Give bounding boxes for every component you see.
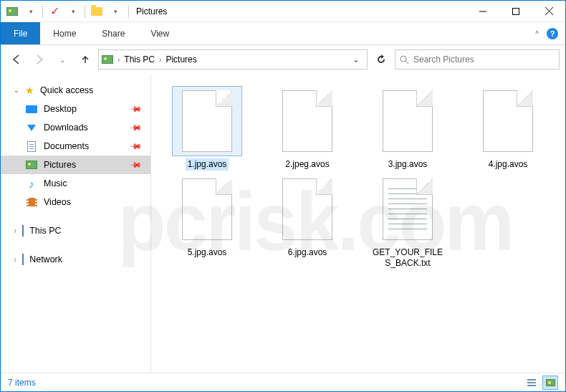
chevron-right-icon[interactable]: ›	[159, 56, 161, 64]
chevron-down-icon: ⌄	[14, 87, 19, 94]
desktop-icon	[25, 102, 38, 115]
forward-button[interactable]	[29, 49, 49, 70]
unknown-file-icon	[182, 178, 232, 240]
breadcrumb-pictures[interactable]: Pictures	[166, 54, 196, 64]
sidebar-quick-access[interactable]: ⌄ ★ Quick access	[1, 81, 150, 100]
unknown-file-icon	[182, 90, 232, 152]
sidebar-item-label: Downloads	[44, 123, 88, 133]
sidebar-item-label: Pictures	[44, 160, 76, 170]
sidebar-item-label: Music	[44, 178, 67, 188]
file-item[interactable]: 5.jpg.avos	[168, 175, 246, 269]
pin-icon: 📌	[128, 102, 142, 115]
properties-icon[interactable]: ✓	[46, 3, 63, 20]
breadcrumb-this-pc[interactable]: This PC	[124, 54, 155, 64]
sidebar-item-desktop[interactable]: Desktop📌	[1, 100, 150, 118]
close-button[interactable]	[532, 1, 565, 22]
up-button[interactable]	[75, 49, 95, 70]
sidebar-item-downloads[interactable]: Downloads📌	[1, 118, 150, 137]
sidebar-item-label: Videos	[44, 197, 71, 207]
unknown-file-icon	[282, 90, 332, 152]
svg-rect-1	[513, 8, 519, 14]
sidebar-item-music[interactable]: ♪Music	[1, 174, 150, 193]
unknown-file-icon	[483, 90, 533, 152]
file-item[interactable]: 1.jpg.avos	[168, 87, 246, 171]
file-name: 2.jpeg.avos	[283, 158, 331, 171]
details-view-button[interactable]	[524, 376, 539, 390]
file-item[interactable]: 3.jpg.avos	[369, 87, 446, 171]
svg-rect-6	[527, 379, 536, 381]
sidebar-item-label: Desktop	[44, 104, 77, 114]
unknown-file-icon	[282, 178, 332, 240]
back-button[interactable]	[6, 49, 27, 70]
downloads-icon	[25, 121, 38, 134]
title-bar: ▾ ✓ ▾ ▾ Pictures	[1, 1, 565, 22]
sidebar-item-documents[interactable]: Documents📌	[1, 137, 150, 156]
file-tab[interactable]: File	[1, 22, 40, 44]
file-name: 3.jpg.avos	[386, 158, 430, 171]
tab-home[interactable]: Home	[40, 22, 89, 44]
quick-access-toolbar: ▾ ✓ ▾ ▾	[1, 3, 127, 20]
minimize-button[interactable]	[466, 1, 499, 22]
address-dropdown-icon[interactable]: ⌄	[348, 54, 364, 64]
separator	[85, 5, 85, 18]
search-icon	[400, 55, 409, 64]
documents-icon	[25, 140, 38, 153]
app-icon[interactable]	[4, 3, 21, 20]
sidebar-item-label: Quick access	[40, 85, 93, 95]
pin-icon: 📌	[128, 139, 142, 153]
maximize-button[interactable]	[499, 1, 532, 22]
qat-customize-icon[interactable]: ▾	[107, 3, 124, 20]
search-input[interactable]: Search Pictures	[395, 49, 560, 70]
navigation-bar: ⌄ › This PC › Pictures ⌄ Search Pictures	[1, 45, 565, 74]
file-view[interactable]: 1.jpg.avos2.jpeg.avos3.jpg.avos4.jpg.avo…	[151, 74, 565, 373]
svg-line-5	[406, 61, 408, 64]
file-item[interactable]: GET_YOUR_FILES_BACK.txt	[369, 175, 446, 269]
file-name: 6.jpg.avos	[286, 247, 330, 259]
file-name: 1.jpg.avos	[186, 158, 229, 171]
file-name: 4.jpg.avos	[486, 158, 530, 171]
help-icon[interactable]: ?	[547, 28, 558, 39]
item-count: 7 items	[8, 378, 36, 388]
unknown-file-icon	[383, 90, 433, 152]
videos-icon	[25, 196, 38, 209]
ribbon: File Home Share View ＾ ?	[1, 22, 565, 45]
svg-point-4	[400, 56, 406, 62]
sidebar-item-pictures[interactable]: Pictures📌	[1, 156, 150, 174]
this-pc-icon	[22, 226, 24, 236]
sidebar-item-videos[interactable]: Videos	[1, 193, 150, 211]
new-folder-icon[interactable]	[88, 3, 105, 20]
ribbon-expand-icon[interactable]: ＾	[533, 28, 541, 39]
sidebar-network[interactable]: › Network	[1, 250, 150, 269]
chevron-right-icon: ›	[14, 226, 16, 236]
sidebar-item-label: This PC	[29, 226, 61, 236]
refresh-button[interactable]	[370, 49, 392, 70]
qat-chevron-icon[interactable]: ▾	[22, 3, 39, 20]
file-item[interactable]: 6.jpg.avos	[269, 175, 346, 269]
chevron-right-icon: ›	[14, 254, 16, 264]
sidebar-item-label: Documents	[44, 141, 89, 151]
search-placeholder: Search Pictures	[413, 54, 474, 64]
address-bar[interactable]: › This PC › Pictures ⌄	[98, 49, 368, 70]
recent-locations-button[interactable]: ⌄	[52, 49, 72, 70]
svg-rect-8	[527, 385, 536, 386]
file-item[interactable]: 2.jpeg.avos	[269, 87, 346, 171]
sidebar-this-pc[interactable]: › This PC	[1, 221, 150, 240]
file-item[interactable]: 4.jpg.avos	[469, 87, 547, 171]
pin-icon: 📌	[128, 120, 142, 134]
chevron-right-icon[interactable]: ›	[117, 56, 120, 64]
tab-share[interactable]: Share	[89, 22, 138, 44]
status-bar: 7 items	[1, 373, 565, 391]
pictures-icon	[25, 158, 38, 171]
pin-icon: 📌	[128, 158, 142, 171]
large-icons-view-button[interactable]	[542, 376, 558, 390]
network-icon	[22, 254, 24, 264]
location-icon	[102, 55, 113, 64]
sidebar-item-label: Network	[29, 254, 62, 264]
tab-view[interactable]: View	[138, 22, 182, 44]
separator	[128, 5, 129, 18]
text-file-icon	[383, 178, 433, 240]
music-icon: ♪	[25, 177, 38, 190]
qat-chevron-icon[interactable]: ▾	[64, 3, 82, 20]
svg-rect-7	[527, 382, 536, 383]
separator	[42, 5, 43, 18]
